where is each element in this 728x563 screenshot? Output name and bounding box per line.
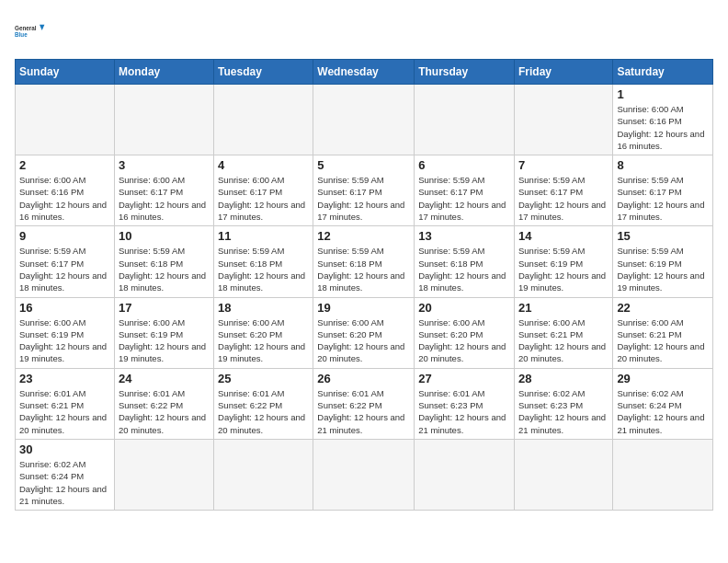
day-number: 10: [119, 229, 210, 243]
day-info: Sunrise: 5:59 AM Sunset: 6:19 PM Dayligh…: [617, 245, 709, 293]
calendar-cell: 15Sunrise: 5:59 AM Sunset: 6:19 PM Dayli…: [613, 226, 713, 297]
col-header-monday: Monday: [114, 60, 213, 85]
day-number: 23: [19, 372, 110, 385]
calendar-cell: 18Sunrise: 6:00 AM Sunset: 6:20 PM Dayli…: [214, 297, 313, 368]
calendar-cell: 11Sunrise: 5:59 AM Sunset: 6:18 PM Dayli…: [214, 226, 313, 297]
col-header-thursday: Thursday: [415, 60, 515, 85]
calendar-cell: [214, 439, 313, 510]
calendar-cell: 9Sunrise: 5:59 AM Sunset: 6:17 PM Daylig…: [16, 226, 115, 297]
calendar-cell: 22Sunrise: 6:00 AM Sunset: 6:21 PM Dayli…: [613, 297, 713, 368]
day-number: 30: [19, 442, 110, 456]
calendar-cell: 19Sunrise: 6:00 AM Sunset: 6:20 PM Dayli…: [313, 297, 415, 368]
day-number: 25: [218, 372, 309, 385]
calendar-week-3: 9Sunrise: 5:59 AM Sunset: 6:17 PM Daylig…: [16, 226, 713, 297]
day-number: 27: [418, 372, 510, 385]
day-number: 8: [617, 158, 709, 172]
calendar-cell: 29Sunrise: 6:02 AM Sunset: 6:24 PM Dayli…: [613, 368, 713, 439]
day-info: Sunrise: 6:01 AM Sunset: 6:23 PM Dayligh…: [418, 387, 510, 436]
calendar-cell: [114, 439, 213, 510]
calendar-cell: [313, 85, 415, 155]
calendar-cell: [613, 439, 713, 510]
day-number: 20: [418, 301, 510, 315]
svg-text:Blue: Blue: [15, 31, 28, 38]
calendar-cell: 10Sunrise: 5:59 AM Sunset: 6:18 PM Dayli…: [114, 226, 213, 297]
calendar-cell: [514, 85, 612, 155]
calendar-table: SundayMondayTuesdayWednesdayThursdayFrid…: [15, 59, 713, 511]
calendar-cell: [214, 85, 313, 155]
day-number: 7: [518, 158, 609, 172]
calendar-cell: 28Sunrise: 6:02 AM Sunset: 6:23 PM Dayli…: [514, 368, 612, 439]
day-info: Sunrise: 6:01 AM Sunset: 6:22 PM Dayligh…: [119, 387, 210, 436]
calendar-cell: 16Sunrise: 6:00 AM Sunset: 6:19 PM Dayli…: [16, 297, 115, 368]
day-info: Sunrise: 6:00 AM Sunset: 6:20 PM Dayligh…: [218, 316, 309, 365]
col-header-saturday: Saturday: [613, 60, 713, 85]
day-number: 12: [317, 229, 410, 243]
day-number: 24: [119, 372, 210, 385]
day-info: Sunrise: 6:00 AM Sunset: 6:21 PM Dayligh…: [617, 316, 709, 365]
day-info: Sunrise: 6:02 AM Sunset: 6:24 PM Dayligh…: [19, 458, 110, 507]
calendar-cell: 5Sunrise: 5:59 AM Sunset: 6:17 PM Daylig…: [313, 155, 415, 226]
day-number: 3: [119, 158, 210, 172]
day-info: Sunrise: 5:59 AM Sunset: 6:18 PM Dayligh…: [317, 245, 410, 293]
day-number: 2: [19, 158, 110, 172]
day-number: 13: [418, 229, 510, 243]
calendar-cell: [415, 85, 515, 155]
calendar-cell: 6Sunrise: 5:59 AM Sunset: 6:17 PM Daylig…: [415, 155, 515, 226]
day-number: 9: [19, 229, 110, 243]
day-info: Sunrise: 5:59 AM Sunset: 6:18 PM Dayligh…: [119, 245, 210, 293]
calendar-cell: 23Sunrise: 6:01 AM Sunset: 6:21 PM Dayli…: [16, 368, 115, 439]
col-header-wednesday: Wednesday: [313, 60, 415, 85]
calendar-cell: 17Sunrise: 6:00 AM Sunset: 6:19 PM Dayli…: [114, 297, 213, 368]
day-info: Sunrise: 6:01 AM Sunset: 6:22 PM Dayligh…: [317, 387, 410, 436]
day-info: Sunrise: 5:59 AM Sunset: 6:17 PM Dayligh…: [317, 174, 410, 223]
page-header: GeneralBlue: [15, 15, 713, 48]
day-number: 17: [119, 301, 210, 315]
day-info: Sunrise: 5:59 AM Sunset: 6:17 PM Dayligh…: [418, 174, 510, 223]
logo: GeneralBlue: [15, 15, 48, 48]
calendar-week-6: 30Sunrise: 6:02 AM Sunset: 6:24 PM Dayli…: [16, 439, 713, 510]
calendar-week-1: 1Sunrise: 6:00 AM Sunset: 6:16 PM Daylig…: [16, 85, 713, 155]
day-number: 28: [518, 372, 609, 385]
day-info: Sunrise: 6:00 AM Sunset: 6:21 PM Dayligh…: [518, 316, 609, 365]
calendar-cell: 7Sunrise: 5:59 AM Sunset: 6:17 PM Daylig…: [514, 155, 612, 226]
day-info: Sunrise: 6:00 AM Sunset: 6:20 PM Dayligh…: [317, 316, 410, 365]
day-info: Sunrise: 6:00 AM Sunset: 6:17 PM Dayligh…: [119, 174, 210, 223]
calendar-cell: 13Sunrise: 5:59 AM Sunset: 6:18 PM Dayli…: [415, 226, 515, 297]
calendar-cell: 4Sunrise: 6:00 AM Sunset: 6:17 PM Daylig…: [214, 155, 313, 226]
day-info: Sunrise: 5:59 AM Sunset: 6:19 PM Dayligh…: [518, 245, 609, 293]
calendar-week-4: 16Sunrise: 6:00 AM Sunset: 6:19 PM Dayli…: [16, 297, 713, 368]
day-info: Sunrise: 5:59 AM Sunset: 6:17 PM Dayligh…: [518, 174, 609, 223]
calendar-header-row: SundayMondayTuesdayWednesdayThursdayFrid…: [16, 60, 713, 85]
day-number: 5: [317, 158, 410, 172]
col-header-sunday: Sunday: [16, 60, 115, 85]
day-number: 22: [617, 301, 709, 315]
calendar-cell: 24Sunrise: 6:01 AM Sunset: 6:22 PM Dayli…: [114, 368, 213, 439]
day-info: Sunrise: 6:00 AM Sunset: 6:16 PM Dayligh…: [617, 103, 709, 152]
day-number: 26: [317, 372, 410, 385]
day-info: Sunrise: 6:02 AM Sunset: 6:24 PM Dayligh…: [617, 387, 709, 436]
day-number: 21: [518, 301, 609, 315]
calendar-cell: [16, 85, 115, 155]
day-info: Sunrise: 5:59 AM Sunset: 6:18 PM Dayligh…: [218, 245, 309, 293]
day-info: Sunrise: 6:00 AM Sunset: 6:20 PM Dayligh…: [418, 316, 510, 365]
day-info: Sunrise: 5:59 AM Sunset: 6:17 PM Dayligh…: [617, 174, 709, 223]
day-info: Sunrise: 5:59 AM Sunset: 6:17 PM Dayligh…: [19, 245, 110, 293]
calendar-cell: [313, 439, 415, 510]
calendar-cell: 1Sunrise: 6:00 AM Sunset: 6:16 PM Daylig…: [613, 85, 713, 155]
day-number: 19: [317, 301, 410, 315]
day-info: Sunrise: 6:01 AM Sunset: 6:22 PM Dayligh…: [218, 387, 309, 436]
calendar-cell: 25Sunrise: 6:01 AM Sunset: 6:22 PM Dayli…: [214, 368, 313, 439]
day-info: Sunrise: 6:00 AM Sunset: 6:19 PM Dayligh…: [19, 316, 110, 365]
day-number: 11: [218, 229, 309, 243]
logo-icon: GeneralBlue: [15, 15, 48, 48]
day-number: 14: [518, 229, 609, 243]
calendar-cell: [415, 439, 515, 510]
calendar-week-5: 23Sunrise: 6:01 AM Sunset: 6:21 PM Dayli…: [16, 368, 713, 439]
day-number: 18: [218, 301, 309, 315]
col-header-friday: Friday: [514, 60, 612, 85]
calendar-cell: 14Sunrise: 5:59 AM Sunset: 6:19 PM Dayli…: [514, 226, 612, 297]
svg-text:General: General: [15, 25, 37, 31]
svg-marker-2: [40, 25, 44, 30]
day-number: 29: [617, 372, 709, 385]
calendar-cell: 20Sunrise: 6:00 AM Sunset: 6:20 PM Dayli…: [415, 297, 515, 368]
